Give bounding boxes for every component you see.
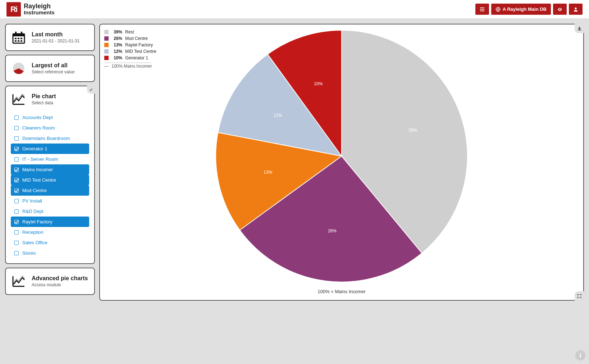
checkbox-icon xyxy=(14,157,19,161)
legend-pct: 12% xyxy=(111,49,122,54)
advanced-title: Advanced pie charts xyxy=(32,275,88,282)
legend-ref-dash: — xyxy=(104,64,109,69)
data-item-label: Stores xyxy=(22,250,36,256)
pie-data-card: Pie chart Select data Accounts DeptClean… xyxy=(5,86,95,264)
line-chart-icon xyxy=(11,91,27,107)
reference-card[interactable]: Largest of all Select reference value xyxy=(5,55,95,82)
sidebar: Last month 2021-01-01 - 2021-01-31 Large… xyxy=(5,24,95,301)
legend-pct: 26% xyxy=(111,36,122,41)
pie-slice-label: 12% xyxy=(274,113,282,118)
chart-legend: 39%Rest26%Mod Centre13%Raytel Factory12%… xyxy=(104,29,156,69)
checkbox-icon xyxy=(14,199,19,203)
list-icon xyxy=(480,7,485,12)
data-item-label: PV Install xyxy=(22,198,42,204)
data-item-mains-incomer[interactable]: Mains Incomer xyxy=(11,164,89,175)
data-item-r-d-dept[interactable]: R&D Dept xyxy=(11,206,89,217)
page-body: Last month 2021-01-01 - 2021-01-31 Large… xyxy=(0,19,589,306)
reference-sub: Select reference value xyxy=(32,69,74,74)
pie-card-sub: Select data xyxy=(32,100,56,105)
brand-line2: Instruments xyxy=(24,9,55,16)
checkbox-icon xyxy=(14,178,19,182)
pie-slice-label: 39% xyxy=(408,128,417,133)
card-check-badge xyxy=(87,86,95,94)
legend-row[interactable]: 12%MID Test Centre xyxy=(104,48,156,55)
info-button[interactable]: i xyxy=(575,350,585,360)
pie-slice-label: 26% xyxy=(328,228,337,233)
data-item-label: Downstairs Boardroom xyxy=(22,136,70,141)
brand-logo: Ri Rayleigh Instruments xyxy=(6,2,55,17)
svg-rect-0 xyxy=(480,7,484,8)
topbar-actions: A Rayleigh Main DB xyxy=(475,4,583,15)
line-chart-icon xyxy=(11,273,27,289)
data-item-label: Generator 1 xyxy=(22,146,47,151)
legend-row[interactable]: 10%Generator 1 xyxy=(104,55,156,61)
advanced-pie-card[interactable]: Advanced pie charts Access module xyxy=(5,268,95,295)
list-view-button[interactable] xyxy=(475,4,489,15)
download-icon xyxy=(577,26,582,31)
data-item-label: Mod Centre xyxy=(22,188,47,193)
svg-rect-9 xyxy=(15,38,17,39)
checkbox-icon xyxy=(14,220,19,224)
data-item-mid-test-centre[interactable]: MID Test Centre xyxy=(11,175,89,185)
user-button[interactable] xyxy=(569,4,583,15)
topbar: Ri Rayleigh Instruments A Rayleigh Main … xyxy=(0,0,589,19)
svg-rect-1 xyxy=(480,9,484,10)
data-item-downstairs-boardroom[interactable]: Downstairs Boardroom xyxy=(11,133,89,144)
pie-slice-label: 13% xyxy=(264,170,272,175)
date-range-card[interactable]: Last month 2021-01-01 - 2021-01-31 xyxy=(5,24,95,51)
svg-rect-11 xyxy=(20,38,22,39)
advanced-sub: Access module xyxy=(32,282,88,287)
checkbox-icon xyxy=(14,126,19,130)
data-item-generator-1[interactable]: Generator 1 xyxy=(11,144,89,154)
date-range-title: Last month xyxy=(32,31,79,38)
checkbox-icon xyxy=(14,115,19,120)
data-item-label: Reception xyxy=(22,229,44,235)
legend-reference: —100% Mains Incomer xyxy=(104,64,156,69)
pie-mini-icon xyxy=(11,60,27,76)
svg-point-4 xyxy=(575,7,576,9)
checkbox-icon xyxy=(14,147,19,151)
svg-rect-14 xyxy=(20,40,22,42)
main-area: 39%Rest26%Mod Centre13%Raytel Factory12%… xyxy=(99,24,584,301)
data-item-sales-office[interactable]: Sales Office xyxy=(11,237,89,248)
data-item-reception[interactable]: Reception xyxy=(11,227,89,237)
legend-row[interactable]: 13%Raytel Factory xyxy=(104,42,156,48)
expand-icon xyxy=(577,294,581,298)
legend-separator xyxy=(104,63,151,63)
legend-swatch xyxy=(104,56,109,60)
db-selector-button[interactable]: A Rayleigh Main DB xyxy=(491,4,551,15)
data-item-raytel-factory[interactable]: Raytel Factory xyxy=(11,217,89,227)
data-item-pv-install[interactable]: PV Install xyxy=(11,196,89,206)
data-item-label: Raytel Factory xyxy=(22,219,52,224)
legend-row[interactable]: 39%Rest xyxy=(104,29,156,35)
view-button[interactable] xyxy=(553,4,567,15)
data-item-label: Mains Incomer xyxy=(22,167,53,172)
checkbox-icon xyxy=(14,241,19,245)
data-selector-list: Accounts DeptCleaners RoomDownstairs Boa… xyxy=(11,112,89,258)
legend-swatch xyxy=(104,43,109,47)
data-item-label: Accounts Dept xyxy=(22,115,53,120)
data-item-label: R&D Dept xyxy=(22,209,44,214)
db-selector-label: A Rayleigh Main DB xyxy=(503,6,547,12)
legend-pct: 10% xyxy=(111,55,122,60)
pie-card-title: Pie chart xyxy=(32,93,56,100)
brand-text: Rayleigh Instruments xyxy=(24,3,55,16)
svg-rect-10 xyxy=(18,38,19,39)
data-item-cleaners-room[interactable]: Cleaners Room xyxy=(11,123,89,133)
brand-line1: Rayleigh xyxy=(24,3,51,10)
data-item-accounts-dept[interactable]: Accounts Dept xyxy=(11,112,89,123)
data-item-stores[interactable]: Stores xyxy=(11,248,89,258)
calendar-icon xyxy=(11,29,27,45)
legend-row[interactable]: 26%Mod Centre xyxy=(104,35,156,42)
data-item-mod-centre[interactable]: Mod Centre xyxy=(11,185,89,196)
user-icon xyxy=(573,7,578,12)
reference-title: Largest of all xyxy=(32,62,74,69)
data-item-it-server-room[interactable]: IT - Server Room xyxy=(11,154,89,164)
download-chart-button[interactable] xyxy=(575,24,584,33)
svg-rect-6 xyxy=(13,34,24,36)
legend-swatch xyxy=(104,49,109,54)
data-item-label: Cleaners Room xyxy=(22,125,55,131)
legend-label: Generator 1 xyxy=(125,55,148,60)
legend-pct: 39% xyxy=(111,29,122,35)
svg-rect-12 xyxy=(15,40,17,42)
